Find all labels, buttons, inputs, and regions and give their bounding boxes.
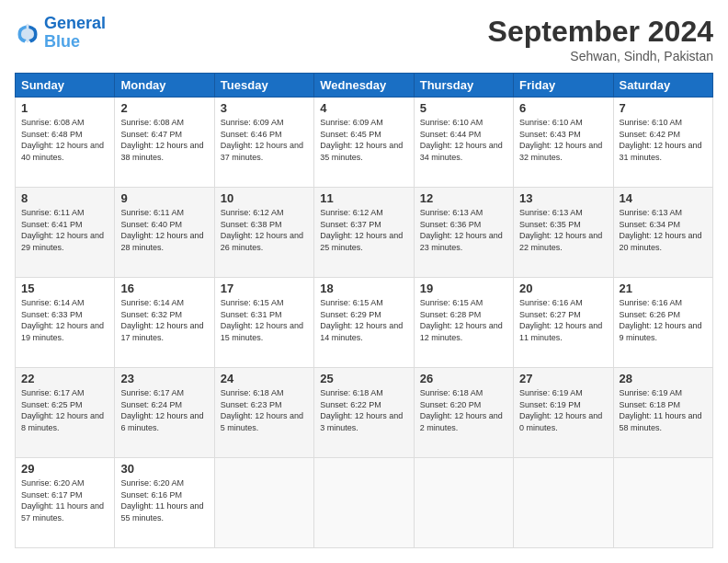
- sunrise-label: Sunrise: 6:15 AM: [221, 298, 284, 307]
- sunrise-label: Sunrise: 6:13 AM: [620, 208, 683, 217]
- daylight-label: Daylight: 12 hours and 23 minutes.: [420, 231, 503, 252]
- sunrise-label: Sunrise: 6:20 AM: [120, 478, 184, 488]
- day-number: 7: [620, 101, 707, 115]
- calendar-cell: 13 Sunrise: 6:13 AM Sunset: 6:35 PM Dayl…: [514, 188, 613, 278]
- day-number: 24: [221, 372, 308, 385]
- sunrise-label: Sunrise: 6:16 AM: [620, 298, 683, 307]
- calendar-cell: 1 Sunrise: 6:08 AM Sunset: 6:48 PM Dayli…: [16, 98, 115, 188]
- daylight-label: Daylight: 12 hours and 38 minutes.: [120, 141, 203, 162]
- calendar-cell: 15 Sunrise: 6:14 AM Sunset: 6:33 PM Dayl…: [16, 278, 115, 368]
- calendar-cell: 11 Sunrise: 6:12 AM Sunset: 6:37 PM Dayl…: [314, 188, 414, 278]
- day-info: Sunrise: 6:08 AM Sunset: 6:47 PM Dayligh…: [120, 117, 208, 163]
- daylight-label: Daylight: 12 hours and 0 minutes.: [519, 411, 602, 432]
- daylight-label: Daylight: 11 hours and 57 minutes.: [21, 501, 104, 523]
- sunset-label: Sunset: 6:19 PM: [519, 400, 581, 409]
- calendar-cell: 20 Sunrise: 6:16 AM Sunset: 6:27 PM Dayl…: [514, 278, 613, 368]
- calendar-week-2: 8 Sunrise: 6:11 AM Sunset: 6:41 PM Dayli…: [16, 188, 713, 278]
- page: General Blue September 2024 Sehwan, Sind…: [0, 0, 728, 563]
- logo-text: General Blue: [44, 15, 106, 52]
- sunrise-label: Sunrise: 6:13 AM: [519, 208, 583, 217]
- calendar-cell: 30 Sunrise: 6:20 AM Sunset: 6:16 PM Dayl…: [115, 458, 214, 548]
- sunset-label: Sunset: 6:17 PM: [21, 490, 83, 500]
- day-number: 12: [420, 191, 507, 205]
- sunrise-label: Sunrise: 6:18 AM: [420, 388, 483, 397]
- day-info: Sunrise: 6:19 AM Sunset: 6:18 PM Dayligh…: [620, 387, 707, 433]
- sunrise-label: Sunrise: 6:14 AM: [120, 298, 184, 307]
- calendar-cell: [314, 458, 414, 548]
- calendar-cell: 26 Sunrise: 6:18 AM Sunset: 6:20 PM Dayl…: [414, 368, 513, 458]
- calendar-cell: 4 Sunrise: 6:09 AM Sunset: 6:45 PM Dayli…: [314, 98, 414, 188]
- sunset-label: Sunset: 6:34 PM: [620, 220, 681, 229]
- daylight-label: Daylight: 12 hours and 25 minutes.: [320, 231, 403, 252]
- daylight-label: Daylight: 12 hours and 3 minutes.: [320, 411, 403, 432]
- day-info: Sunrise: 6:20 AM Sunset: 6:16 PM Dayligh…: [120, 477, 208, 523]
- sunset-label: Sunset: 6:35 PM: [519, 220, 581, 229]
- header-wednesday: Wednesday: [314, 74, 414, 98]
- daylight-label: Daylight: 12 hours and 29 minutes.: [21, 231, 104, 252]
- day-info: Sunrise: 6:11 AM Sunset: 6:41 PM Dayligh…: [21, 207, 108, 253]
- sunrise-label: Sunrise: 6:10 AM: [420, 118, 483, 127]
- header-tuesday: Tuesday: [214, 74, 313, 98]
- day-info: Sunrise: 6:20 AM Sunset: 6:17 PM Dayligh…: [21, 477, 108, 523]
- daylight-label: Daylight: 12 hours and 9 minutes.: [620, 321, 702, 342]
- day-info: Sunrise: 6:13 AM Sunset: 6:36 PM Dayligh…: [420, 207, 507, 253]
- daylight-label: Daylight: 12 hours and 40 minutes.: [21, 141, 104, 162]
- subtitle: Sehwan, Sindh, Pakistan: [488, 49, 713, 63]
- sunrise-label: Sunrise: 6:18 AM: [320, 388, 383, 397]
- day-number: 3: [221, 101, 308, 115]
- daylight-label: Daylight: 12 hours and 19 minutes.: [21, 321, 104, 342]
- sunset-label: Sunset: 6:47 PM: [120, 130, 182, 139]
- calendar-cell: 28 Sunrise: 6:19 AM Sunset: 6:18 PM Dayl…: [613, 368, 712, 458]
- sunset-label: Sunset: 6:26 PM: [620, 310, 681, 319]
- day-number: 17: [221, 282, 308, 295]
- day-number: 28: [620, 372, 707, 385]
- day-number: 8: [21, 191, 108, 205]
- sunrise-label: Sunrise: 6:17 AM: [120, 388, 184, 397]
- daylight-label: Daylight: 12 hours and 32 minutes.: [519, 141, 602, 162]
- day-info: Sunrise: 6:16 AM Sunset: 6:26 PM Dayligh…: [620, 297, 707, 343]
- sunset-label: Sunset: 6:25 PM: [21, 400, 83, 409]
- day-info: Sunrise: 6:12 AM Sunset: 6:38 PM Dayligh…: [221, 207, 308, 253]
- day-number: 14: [620, 191, 707, 205]
- day-info: Sunrise: 6:14 AM Sunset: 6:32 PM Dayligh…: [120, 297, 208, 343]
- calendar-table: Sunday Monday Tuesday Wednesday Thursday…: [15, 73, 713, 548]
- day-number: 21: [620, 282, 707, 295]
- daylight-label: Daylight: 12 hours and 20 minutes.: [620, 231, 702, 252]
- day-number: 10: [221, 191, 308, 205]
- daylight-label: Daylight: 12 hours and 12 minutes.: [420, 321, 503, 342]
- calendar-cell: 16 Sunrise: 6:14 AM Sunset: 6:32 PM Dayl…: [115, 278, 214, 368]
- day-info: Sunrise: 6:08 AM Sunset: 6:48 PM Dayligh…: [21, 117, 108, 163]
- sunset-label: Sunset: 6:36 PM: [420, 220, 482, 229]
- daylight-label: Daylight: 12 hours and 28 minutes.: [120, 231, 203, 252]
- day-number: 27: [519, 372, 607, 385]
- calendar-cell: [214, 458, 313, 548]
- day-number: 13: [519, 191, 607, 205]
- day-number: 18: [320, 282, 407, 295]
- calendar-cell: 17 Sunrise: 6:15 AM Sunset: 6:31 PM Dayl…: [214, 278, 313, 368]
- calendar-cell: 22 Sunrise: 6:17 AM Sunset: 6:25 PM Dayl…: [16, 368, 115, 458]
- daylight-label: Daylight: 12 hours and 11 minutes.: [519, 321, 602, 342]
- sunrise-label: Sunrise: 6:17 AM: [21, 388, 85, 397]
- header-friday: Friday: [514, 74, 613, 98]
- sunrise-label: Sunrise: 6:12 AM: [221, 208, 284, 217]
- calendar-cell: [514, 458, 613, 548]
- sunset-label: Sunset: 6:42 PM: [620, 130, 681, 139]
- day-info: Sunrise: 6:16 AM Sunset: 6:27 PM Dayligh…: [519, 297, 607, 343]
- calendar-cell: 24 Sunrise: 6:18 AM Sunset: 6:23 PM Dayl…: [214, 368, 313, 458]
- daylight-label: Daylight: 12 hours and 22 minutes.: [519, 231, 602, 252]
- sunrise-label: Sunrise: 6:12 AM: [320, 208, 383, 217]
- daylight-label: Daylight: 12 hours and 34 minutes.: [420, 141, 503, 162]
- calendar-cell: 9 Sunrise: 6:11 AM Sunset: 6:40 PM Dayli…: [115, 188, 214, 278]
- sunrise-label: Sunrise: 6:08 AM: [21, 118, 85, 127]
- sunrise-label: Sunrise: 6:09 AM: [320, 118, 383, 127]
- day-number: 4: [320, 101, 407, 115]
- day-number: 16: [120, 282, 208, 295]
- calendar-week-5: 29 Sunrise: 6:20 AM Sunset: 6:17 PM Dayl…: [16, 458, 713, 548]
- daylight-label: Daylight: 12 hours and 5 minutes.: [221, 411, 303, 432]
- day-number: 30: [120, 462, 208, 476]
- sunrise-label: Sunrise: 6:08 AM: [120, 118, 184, 127]
- calendar-week-3: 15 Sunrise: 6:14 AM Sunset: 6:33 PM Dayl…: [16, 278, 713, 368]
- calendar-cell: 5 Sunrise: 6:10 AM Sunset: 6:44 PM Dayli…: [414, 98, 513, 188]
- daylight-label: Daylight: 11 hours and 55 minutes.: [120, 501, 203, 523]
- day-info: Sunrise: 6:15 AM Sunset: 6:29 PM Dayligh…: [320, 297, 407, 343]
